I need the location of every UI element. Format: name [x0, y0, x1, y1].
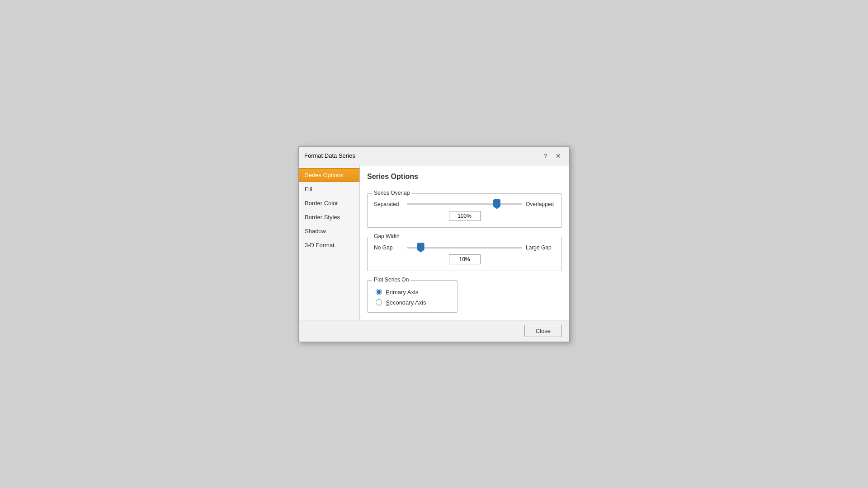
main-content: Series Options Series Overlap Separated …: [360, 165, 569, 320]
gap-label-right: Large Gap: [526, 244, 555, 251]
primary-axis-radio[interactable]: [376, 289, 382, 295]
sidebar-item-border-styles[interactable]: Border Styles: [299, 210, 359, 224]
format-data-series-dialog: Format Data Series ? ✕ Series Options Fi…: [298, 146, 570, 342]
title-bar-right: ? ✕: [540, 150, 564, 161]
sidebar-item-label: Series Options: [305, 172, 343, 178]
sidebar-item-border-color[interactable]: Border Color: [299, 196, 359, 210]
sidebar-item-label: Fill: [305, 186, 312, 192]
gap-width-group: Gap Width No Gap Large Gap: [367, 237, 562, 271]
gap-width-track[interactable]: [407, 247, 522, 249]
section-title: Series Options: [367, 173, 562, 181]
series-overlap-group: Series Overlap Separated Overlapped: [367, 193, 562, 228]
dialog-body: Series Options Fill Border Color Border …: [299, 165, 569, 320]
secondary-axis-radio[interactable]: [376, 299, 382, 305]
sidebar-item-series-options[interactable]: Series Options: [299, 168, 359, 182]
sidebar-item-fill[interactable]: Fill: [299, 182, 359, 196]
sidebar-item-label: Border Color: [305, 200, 338, 206]
sidebar-item-label: 3-D Format: [305, 242, 335, 249]
dialog-footer: Close: [299, 320, 569, 342]
series-overlap-thumb[interactable]: [493, 199, 500, 209]
series-overlap-value-input[interactable]: [449, 211, 481, 221]
sidebar-item-label: Shadow: [305, 228, 326, 235]
primary-axis-option[interactable]: Primary Axis: [376, 289, 451, 296]
secondary-axis-option[interactable]: Secondary Axis: [376, 299, 451, 306]
sidebar-item-3d-format[interactable]: 3-D Format: [299, 238, 359, 252]
series-overlap-legend: Series Overlap: [372, 190, 411, 196]
series-overlap-value-row: [374, 211, 555, 221]
series-overlap-track[interactable]: [407, 203, 522, 205]
gap-label-left: No Gap: [374, 244, 403, 251]
gap-width-value-input[interactable]: [449, 254, 481, 264]
close-x-button[interactable]: ✕: [553, 150, 564, 161]
gap-width-legend: Gap Width: [372, 233, 401, 239]
gap-width-thumb[interactable]: [417, 243, 425, 253]
secondary-axis-label: Secondary Axis: [386, 299, 426, 306]
sidebar-item-shadow[interactable]: Shadow: [299, 224, 359, 238]
plot-series-legend: Plot Series On: [372, 277, 410, 283]
plot-series-group: Plot Series On Primary Axis Secondary Ax…: [367, 280, 458, 313]
close-button[interactable]: Close: [524, 325, 562, 337]
primary-axis-label: Primary Axis: [386, 289, 418, 296]
title-bar-left: Format Data Series: [304, 152, 355, 159]
series-overlap-slider-row: Separated Overlapped: [374, 201, 555, 207]
gap-width-value-row: [374, 254, 555, 264]
sidebar: Series Options Fill Border Color Border …: [299, 165, 360, 320]
sidebar-item-label: Border Styles: [305, 214, 340, 221]
gap-width-slider-row: No Gap Large Gap: [374, 244, 555, 251]
help-button[interactable]: ?: [540, 150, 551, 161]
title-bar: Format Data Series ? ✕: [299, 147, 569, 165]
overlap-label-right: Overlapped: [526, 201, 555, 207]
overlap-label-left: Separated: [374, 201, 403, 207]
dialog-title: Format Data Series: [304, 152, 355, 159]
plot-series-radio-group: Primary Axis Secondary Axis: [374, 289, 451, 306]
